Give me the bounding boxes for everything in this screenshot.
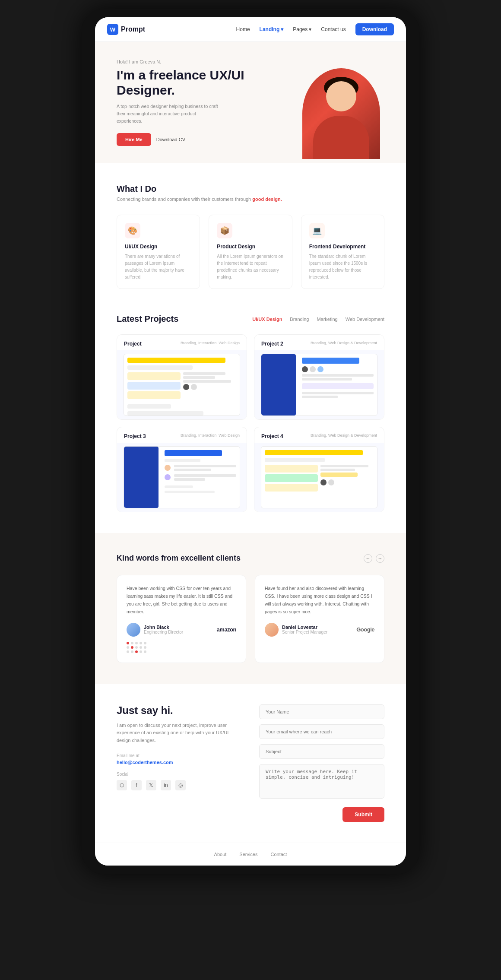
testimonials-header: Kind words from excellent clients ← →	[117, 554, 384, 563]
nav-home[interactable]: Home	[236, 26, 250, 32]
project-preview-2	[254, 350, 384, 419]
project-tags-2: Branding, Web Design & Development	[311, 341, 377, 345]
nav-contact[interactable]: Contact us	[321, 26, 346, 32]
hero-greeting: Hola! I am Greeva N.	[117, 59, 298, 64]
hero-buttons: Hire Me Download CV	[117, 133, 298, 146]
project-card-2[interactable]: Project 2 Branding, Web Design & Develop…	[254, 334, 384, 420]
name-input[interactable]	[259, 704, 384, 719]
project-name-3: Project 3	[124, 433, 146, 439]
testimonials-grid: Have been working with CSS for over ten …	[117, 575, 384, 663]
download-cv-button[interactable]: Download CV	[156, 137, 185, 142]
hero-description: A top-notch web designer helping busines…	[117, 103, 220, 124]
head	[326, 81, 356, 111]
dots-pattern	[127, 642, 236, 653]
service-card-product: 📦 Product Design All the Lorem Ipsum gen…	[209, 215, 292, 289]
contact-description: I am open to discuss your next project, …	[117, 722, 242, 745]
nav-landing[interactable]: Landing ▾	[260, 26, 284, 32]
prev-button[interactable]: ←	[364, 554, 372, 563]
section-subtitle: Connecting brands and companies with the…	[117, 197, 384, 202]
screen: W Prompt Home Landing ▾ Pages ▾ Contact …	[95, 17, 406, 866]
frontend-icon: 💻	[309, 223, 325, 238]
service-name-uiux: UI/UX Design	[125, 244, 192, 250]
person-illustration	[302, 68, 380, 159]
project-header-4: Project 4 Branding, Web Design & Develop…	[254, 427, 384, 443]
hero-content: Hola! I am Greeva N. I'm a freelance UX/…	[117, 59, 298, 163]
avatar-1	[127, 623, 140, 637]
project-card-3[interactable]: Project 3 Branding, Interaction, Web Des…	[117, 427, 247, 512]
project-header-2: Project 2 Branding, Web Design & Develop…	[254, 335, 384, 350]
nav-pages[interactable]: Pages ▾	[293, 26, 311, 32]
testimonial-footer-2: Daniel Lovestar Senior Project Manager G…	[265, 623, 374, 637]
person-info-2: Daniel Lovestar Senior Project Manager	[282, 625, 327, 634]
tab-marketing[interactable]: Marketing	[317, 317, 337, 322]
product-icon: 📦	[217, 223, 232, 238]
logo-icon: W	[107, 24, 118, 35]
project-tags-1: Branding, Interaction, Web Design	[181, 341, 240, 345]
subject-input[interactable]	[259, 744, 384, 759]
testimonials-nav: ← →	[364, 554, 384, 563]
mock-content	[161, 447, 240, 499]
service-desc-uiux: There are many variations of passages of…	[125, 253, 192, 281]
hero-title: I'm a freelance UX/UI Designer.	[117, 68, 298, 98]
projects-section: Latest Projects UI/UX Design Branding Ma…	[95, 310, 406, 533]
projects-title: Latest Projects	[117, 314, 178, 324]
contact-title: Just say hi.	[117, 704, 242, 717]
download-button[interactable]: Download	[355, 23, 394, 35]
service-desc-product: All the Lorem Ipsum generators on the In…	[217, 253, 284, 281]
footer-services[interactable]: Services	[239, 852, 257, 857]
mock-card	[127, 372, 181, 380]
person-role-2: Senior Project Manager	[282, 630, 327, 634]
message-field	[259, 764, 384, 800]
phone-frame: W Prompt Home Landing ▾ Pages ▾ Contact …	[82, 9, 419, 874]
testimonials-section: Kind words from excellent clients ← → Ha…	[95, 533, 406, 683]
footer-about[interactable]: About	[214, 852, 227, 857]
social-icons: ⬡ f 𝕏 in ◎	[117, 780, 242, 790]
project-card-4[interactable]: Project 4 Branding, Web Design & Develop…	[254, 427, 384, 512]
submit-button[interactable]: Submit	[342, 807, 384, 822]
mock-card	[127, 391, 181, 399]
navbar: W Prompt Home Landing ▾ Pages ▾ Contact …	[95, 17, 406, 42]
body	[313, 116, 369, 159]
mock-ui-1	[124, 354, 240, 416]
avatar-2	[265, 623, 279, 637]
subject-field	[259, 744, 384, 759]
hire-me-button[interactable]: Hire Me	[117, 133, 151, 146]
person-info-1: John Black Engineering Director	[144, 625, 183, 634]
project-preview-1	[117, 350, 247, 419]
contact-section: Just say hi. I am open to discuss your n…	[95, 684, 406, 843]
facebook-icon[interactable]: f	[131, 780, 142, 790]
project-name-2: Project 2	[261, 341, 283, 347]
tab-uiux[interactable]: UI/UX Design	[252, 317, 282, 322]
brand-name: Prompt	[121, 25, 145, 33]
section-title: What I Do	[117, 184, 384, 194]
dribbble-icon[interactable]: ⬡	[117, 780, 127, 790]
footer-contact[interactable]: Contact	[271, 852, 287, 857]
person-name-1: John Black	[144, 625, 183, 630]
email-label: Email me at	[117, 753, 242, 758]
mock-sidebar	[124, 447, 159, 508]
next-button[interactable]: →	[376, 554, 384, 563]
service-name-frontend: Frontend Development	[309, 244, 376, 250]
tab-branding[interactable]: Branding	[290, 317, 309, 322]
mock-sidebar	[261, 354, 296, 415]
instagram-icon[interactable]: ◎	[175, 780, 186, 790]
project-tabs: UI/UX Design Branding Marketing Web Deve…	[252, 317, 384, 322]
message-textarea[interactable]	[259, 764, 384, 799]
linkedin-icon[interactable]: in	[161, 780, 171, 790]
social-label: Social	[117, 772, 242, 777]
mock-row	[127, 365, 193, 370]
person-name-2: Daniel Lovestar	[282, 625, 327, 630]
contact-left: Just say hi. I am open to discuss your n…	[117, 704, 242, 822]
testimonial-person-1: John Black Engineering Director	[127, 623, 183, 637]
email-field	[259, 724, 384, 739]
name-field	[259, 704, 384, 719]
project-card-1[interactable]: Project Branding, Interaction, Web Desig…	[117, 334, 247, 420]
tab-webdev[interactable]: Web Development	[346, 317, 384, 322]
nav-links: Home Landing ▾ Pages ▾ Contact us Downlo…	[236, 23, 394, 35]
twitter-icon[interactable]: 𝕏	[146, 780, 156, 790]
logo[interactable]: W Prompt	[107, 24, 145, 35]
email-input[interactable]	[259, 724, 384, 739]
mock-card	[127, 382, 181, 390]
service-desc-frontend: The standard chunk of Lorem Ipsum used s…	[309, 253, 376, 281]
mock-content	[298, 354, 377, 403]
